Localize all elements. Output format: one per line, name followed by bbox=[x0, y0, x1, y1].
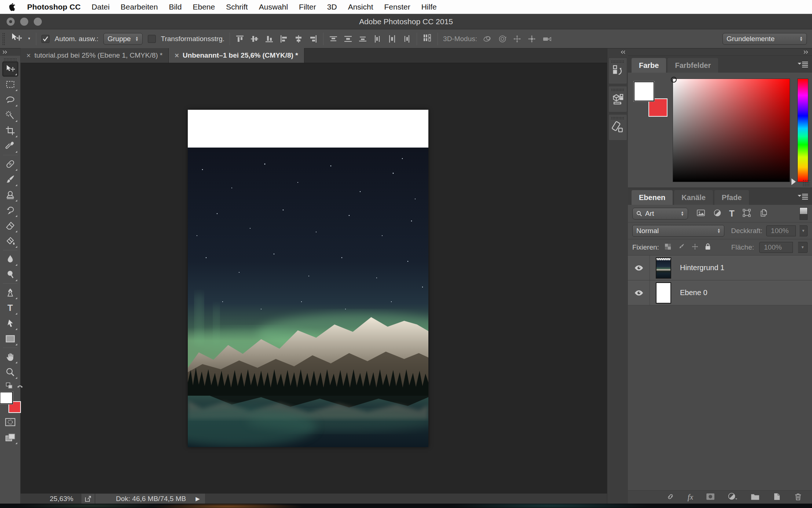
menu-hilfe[interactable]: Hilfe bbox=[421, 3, 437, 11]
minimize-window-button[interactable] bbox=[20, 18, 28, 26]
filter-toggle-switch[interactable] bbox=[800, 207, 808, 220]
screen-mode-button[interactable] bbox=[2, 430, 18, 445]
close-tab-icon[interactable]: × bbox=[175, 51, 179, 60]
layer-thumbnail[interactable] bbox=[650, 255, 677, 280]
foreground-color-swatch[interactable] bbox=[634, 81, 654, 101]
blur-tool[interactable] bbox=[2, 251, 18, 267]
tab-kanaele[interactable]: Kanäle bbox=[674, 190, 713, 205]
auto-select-dropdown[interactable]: Gruppe ▲▼ bbox=[103, 33, 142, 45]
lock-pixels-icon[interactable] bbox=[677, 243, 685, 252]
saturation-brightness-field[interactable] bbox=[673, 79, 790, 182]
align-bottom-icon[interactable] bbox=[264, 34, 274, 44]
document-tab-tutorial[interactable]: × tutorial.psd bei 25% (Ebene 1, CMYK/8)… bbox=[21, 48, 169, 63]
align-vertical-center-icon[interactable] bbox=[250, 34, 259, 44]
options-grip[interactable] bbox=[2, 33, 5, 45]
menu-datei[interactable]: Datei bbox=[92, 3, 110, 11]
expand-dock-icon[interactable] bbox=[607, 48, 628, 56]
color-picker-marker[interactable] bbox=[671, 77, 677, 83]
filter-pixel-layers-icon[interactable] bbox=[696, 208, 706, 219]
distribute-right-icon[interactable] bbox=[402, 34, 412, 44]
fill-dropdown-icon[interactable]: ▼ bbox=[798, 242, 808, 253]
menu-bild[interactable]: Bild bbox=[169, 3, 182, 11]
toolbar-grip[interactable] bbox=[4, 58, 17, 61]
distribute-left-icon[interactable] bbox=[373, 34, 382, 44]
paint-bucket-tool[interactable] bbox=[2, 233, 18, 249]
threed-camera-icon[interactable] bbox=[542, 34, 553, 44]
quick-mask-button[interactable] bbox=[2, 414, 18, 430]
align-left-icon[interactable] bbox=[279, 34, 289, 44]
panel-menu-icon[interactable] bbox=[797, 61, 808, 69]
rectangular-marquee-tool[interactable] bbox=[2, 77, 18, 92]
lock-transparency-icon[interactable] bbox=[664, 243, 672, 252]
collapse-dock-icon[interactable] bbox=[628, 48, 812, 56]
panel-resize-grip[interactable] bbox=[802, 179, 811, 186]
new-group-icon[interactable] bbox=[750, 493, 760, 502]
foreground-color-swatch[interactable] bbox=[0, 392, 13, 404]
hand-tool[interactable] bbox=[2, 349, 18, 364]
menu-schrift[interactable]: Schrift bbox=[226, 3, 248, 11]
type-tool[interactable]: T bbox=[2, 300, 18, 316]
clone-stamp-tool[interactable] bbox=[2, 187, 18, 203]
lock-all-icon[interactable] bbox=[705, 243, 711, 252]
status-expand-icon[interactable]: ▶ bbox=[195, 496, 200, 502]
close-tab-icon[interactable]: × bbox=[26, 51, 31, 60]
close-window-button[interactable] bbox=[7, 18, 15, 26]
crop-tool[interactable] bbox=[2, 123, 18, 138]
menu-ebene[interactable]: Ebene bbox=[193, 3, 215, 11]
tab-farbe[interactable]: Farbe bbox=[632, 58, 666, 73]
filter-smart-objects-icon[interactable] bbox=[759, 208, 768, 219]
blend-mode-dropdown[interactable]: Normal ▲▼ bbox=[632, 225, 724, 237]
spot-healing-brush-tool[interactable] bbox=[2, 156, 18, 172]
layer-name[interactable]: Ebene 0 bbox=[677, 280, 707, 305]
new-layer-icon[interactable] bbox=[772, 493, 781, 502]
menu-fenster[interactable]: Fenster bbox=[384, 3, 410, 11]
menu-filter[interactable]: Filter bbox=[299, 3, 316, 11]
layer-row-ebene0[interactable]: Ebene 0 bbox=[628, 280, 812, 305]
align-horizontal-center-icon[interactable] bbox=[294, 34, 303, 44]
apple-menu-icon[interactable] bbox=[8, 2, 16, 12]
dodge-tool[interactable] bbox=[2, 267, 18, 282]
layer-thumbnail[interactable] bbox=[650, 280, 677, 305]
zoom-tool[interactable] bbox=[2, 364, 18, 380]
threed-rotate-icon[interactable] bbox=[482, 34, 493, 44]
pen-tool[interactable] bbox=[2, 285, 18, 300]
layer-row-hintergrund[interactable]: Hintergrund 1 bbox=[628, 255, 812, 280]
menu-ansicht[interactable]: Ansicht bbox=[348, 3, 373, 11]
distribute-horizontal-center-icon[interactable] bbox=[387, 34, 397, 44]
share-export-icon[interactable] bbox=[81, 494, 95, 504]
menu-bearbeiten[interactable]: Bearbeiten bbox=[121, 3, 158, 11]
transform-controls-checkbox[interactable] bbox=[148, 35, 156, 43]
filter-adjustment-layers-icon[interactable] bbox=[713, 208, 722, 219]
lasso-tool[interactable] bbox=[2, 92, 18, 108]
rectangle-shape-tool[interactable] bbox=[2, 331, 18, 346]
auto-select-checkbox[interactable] bbox=[41, 35, 50, 43]
document-tab-unbenannt[interactable]: × Unbenannt–1 bei 25,6% (CMYK/8) * bbox=[169, 48, 304, 63]
zoom-level-field[interactable]: 25,63% bbox=[37, 495, 73, 503]
tab-ebenen[interactable]: Ebenen bbox=[632, 190, 673, 205]
move-tool[interactable] bbox=[2, 61, 18, 77]
filter-type-layers-icon[interactable]: T bbox=[729, 208, 735, 219]
lock-position-icon[interactable] bbox=[691, 243, 699, 252]
hue-ramp[interactable] bbox=[797, 79, 808, 182]
menu-app-name[interactable]: Photoshop CC bbox=[27, 3, 81, 11]
panel-menu-icon[interactable] bbox=[797, 193, 808, 201]
tab-pfade[interactable]: Pfade bbox=[714, 190, 749, 205]
zoom-window-button[interactable] bbox=[34, 18, 42, 26]
opacity-value[interactable]: 100% bbox=[766, 225, 796, 236]
eyedropper-tool[interactable] bbox=[2, 138, 18, 154]
canvas-workspace[interactable] bbox=[21, 63, 607, 493]
filter-shape-layers-icon[interactable] bbox=[742, 208, 751, 219]
distribute-vertical-center-icon[interactable] bbox=[343, 34, 353, 44]
distribute-top-icon[interactable] bbox=[329, 34, 338, 44]
threed-drag-icon[interactable] bbox=[512, 34, 522, 44]
menu-3d[interactable]: 3D bbox=[327, 3, 337, 11]
delete-layer-icon[interactable] bbox=[794, 492, 802, 502]
threed-slide-icon[interactable] bbox=[527, 34, 537, 44]
layer-name[interactable]: Hintergrund 1 bbox=[677, 255, 724, 280]
adjustment-layer-icon[interactable] bbox=[728, 493, 738, 502]
preset-dropdown-icon[interactable]: ▼ bbox=[28, 37, 31, 40]
layer-visibility-toggle[interactable] bbox=[628, 255, 650, 280]
document-size-status[interactable]: Dok: 46,6 MB/74,5 MB ▶ bbox=[95, 494, 205, 504]
distribute-bottom-icon[interactable] bbox=[358, 34, 367, 44]
opacity-dropdown-icon[interactable]: ▼ bbox=[800, 225, 808, 236]
